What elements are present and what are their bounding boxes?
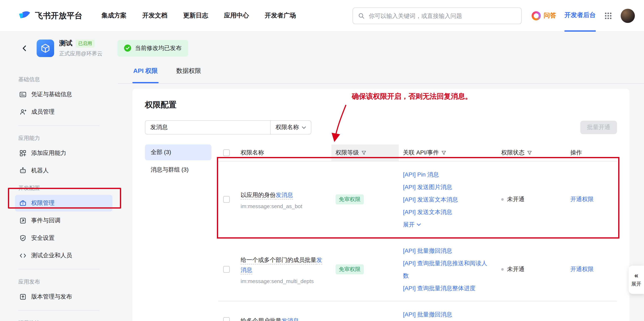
publish-status-banner: 当前修改均已发布 [118, 40, 188, 56]
bulk-enable-button[interactable]: 批量开通 [580, 121, 617, 134]
sidebar-item-version-release[interactable]: 版本管理与发布 [15, 288, 112, 305]
api-link[interactable]: [API] Pin 消息 [403, 168, 491, 181]
api-link[interactable]: [API] 发送富文本消息 [403, 193, 491, 206]
header-level[interactable]: 权限等级 [331, 144, 399, 161]
apps-grid-icon[interactable] [604, 12, 612, 20]
permission-config-card: 权限配置 权限名称 批量开通 全部 (3) 消息与群组 (3) [132, 89, 630, 321]
app-title: 测试 [59, 39, 72, 48]
permission-table: 权限名称 权限等级 关联 API/事件 [218, 144, 617, 321]
nav-dev-plaza[interactable]: 开发者广场 [265, 12, 296, 20]
api-link[interactable]: [API] 批量撤回消息 [403, 308, 491, 320]
card-title: 权限配置 [145, 100, 617, 110]
permission-search-box[interactable]: 权限名称 [145, 120, 312, 134]
permission-name[interactable]: 给多个用户批量发消息 [240, 316, 326, 321]
api-link[interactable]: [API] 发送图片消息 [403, 181, 491, 193]
api-link[interactable]: [API] 查询批量消息整体进度 [403, 282, 491, 294]
avatar[interactable] [621, 8, 635, 23]
permission-search-input[interactable] [145, 121, 270, 134]
chevron-down-icon [417, 223, 421, 226]
nav-docs[interactable]: 开发文档 [142, 12, 167, 20]
sidebar-section-devconfig: 开发配置 [0, 180, 118, 195]
top-navbar: 飞书开放平台 集成方案 开发文档 更新日志 应用中心 开发者广场 问答 开发者后… [0, 0, 644, 32]
app-icon [37, 39, 54, 57]
permission-content: 全部 (3) 消息与群组 (3) 权限名称 权限等级 [145, 144, 617, 321]
category-filter-list: 全部 (3) 消息与群组 (3) [145, 144, 212, 180]
status-dot-icon [501, 198, 504, 201]
permission-tabs: API 权限 数据权限 [118, 64, 644, 84]
sidebar-item-events[interactable]: 事件与回调 [15, 212, 112, 229]
qa-label: 问答 [544, 12, 556, 20]
api-list: [API] 批量撤回消息 [API] 查询批量消息推送和阅读 [399, 308, 498, 321]
permission-code: im:message:send_as_bot [240, 203, 326, 209]
sidebar-section-release: 应用发布 [0, 274, 118, 288]
sidebar-section-capability: 应用能力 [0, 130, 118, 145]
nav-developer-console[interactable]: 开发者后台 [564, 0, 596, 32]
app-meta: 测试 已启用 正式应用@环界云 [59, 39, 102, 57]
select-all-checkbox[interactable] [223, 150, 230, 156]
sidebar: 基础信息 凭证与基础信息 成员管理 应用能力 添加应用能力 [0, 64, 118, 321]
credential-icon [19, 91, 27, 98]
filter-funnel-icon [442, 150, 446, 155]
tab-data-permissions[interactable]: 数据权限 [175, 64, 202, 83]
divider [18, 269, 100, 269]
search-icon [358, 12, 365, 19]
toolbar: 权限名称 批量开通 [145, 120, 617, 134]
permission-name[interactable]: 以应用的身份发消息 [240, 190, 326, 200]
sidebar-item-add-capability[interactable]: 添加应用能力 [15, 145, 112, 162]
search-field-dropdown[interactable]: 权限名称 [270, 121, 311, 134]
members-icon [19, 108, 27, 116]
api-link[interactable]: [API] 发送文本消息 [403, 206, 491, 218]
robot-icon [19, 167, 27, 174]
permission-status: 未开通 [498, 266, 564, 273]
qa-link[interactable]: 问答 [532, 11, 556, 20]
permission-name[interactable]: 给一个或多个部门的成员批量发消息 [240, 254, 326, 274]
sidebar-item-security[interactable]: 安全设置 [15, 230, 112, 246]
enable-permission-link[interactable]: 开通权限 [564, 266, 617, 273]
api-link[interactable]: [API] 批量撤回消息 [403, 244, 491, 257]
sidebar-item-credentials[interactable]: 凭证与基础信息 [15, 86, 112, 103]
global-search-box[interactable] [352, 7, 522, 24]
api-link[interactable]: [API] 查询批量消息推送和阅读人数 [403, 257, 491, 282]
header-api[interactable]: 关联 API/事件 [399, 144, 498, 161]
sidebar-item-members[interactable]: 成员管理 [15, 104, 112, 120]
back-button[interactable] [19, 43, 30, 54]
permission-level-badge: 免审权限 [336, 194, 364, 204]
divider [18, 310, 100, 310]
table-header: 权限名称 权限等级 关联 API/事件 [218, 144, 617, 162]
filter-message-group[interactable]: 消息与群组 (3) [145, 162, 212, 178]
qa-icon [532, 11, 541, 20]
header-action: 操作 [564, 144, 617, 161]
header-status[interactable]: 权限状态 [498, 144, 564, 161]
permission-status: 未开通 [498, 196, 564, 203]
nav-integration[interactable]: 集成方案 [102, 12, 126, 20]
panel-expand-handle[interactable]: « 展开 [628, 266, 644, 294]
row-checkbox[interactable] [223, 196, 230, 203]
api-list: [API] Pin 消息 [API] 发送图片消息 [API] 发送富文本消息 … [399, 168, 498, 231]
filter-funnel-icon [361, 150, 366, 155]
filter-funnel-icon [527, 150, 532, 155]
test-org-icon [19, 252, 27, 260]
filter-all[interactable]: 全部 (3) [145, 144, 212, 160]
permission-name-cell: 以应用的身份发消息 im:message:send_as_bot [235, 190, 331, 209]
row-checkbox[interactable] [223, 266, 230, 273]
permission-name-cell: 给多个用户批量发消息 [235, 316, 331, 321]
security-icon [19, 234, 27, 242]
brand[interactable]: 飞书开放平台 [18, 9, 82, 22]
enable-permission-link[interactable]: 开通权限 [564, 196, 617, 203]
sidebar-item-permissions[interactable]: 权限管理 [15, 195, 112, 212]
main-content: API 权限 数据权限 权限配置 权限名称 批量开通 [118, 64, 644, 321]
sidebar-item-test-org[interactable]: 测试企业和人员 [15, 247, 112, 264]
nav-app-center[interactable]: 应用中心 [224, 12, 249, 20]
nav-changelog[interactable]: 更新日志 [183, 12, 208, 20]
app-subtitle: 正式应用@环界云 [59, 50, 102, 57]
global-search-input[interactable] [368, 12, 516, 19]
row-checkbox[interactable] [223, 317, 230, 321]
header-name: 权限名称 [235, 144, 331, 161]
chevron-down-icon [302, 126, 306, 129]
app-header: 测试 已启用 正式应用@环界云 当前修改均已发布 [0, 32, 644, 64]
tab-api-permissions[interactable]: API 权限 [132, 64, 158, 83]
double-chevron-left-icon: « [634, 272, 638, 279]
table-row: 给多个用户批量发消息 [API] 批量撤回消息 [API] 查询批量消息推送和阅… [218, 302, 617, 321]
sidebar-item-bot[interactable]: 机器人 [15, 162, 112, 179]
expand-apis-link[interactable]: 展开 [403, 218, 491, 231]
